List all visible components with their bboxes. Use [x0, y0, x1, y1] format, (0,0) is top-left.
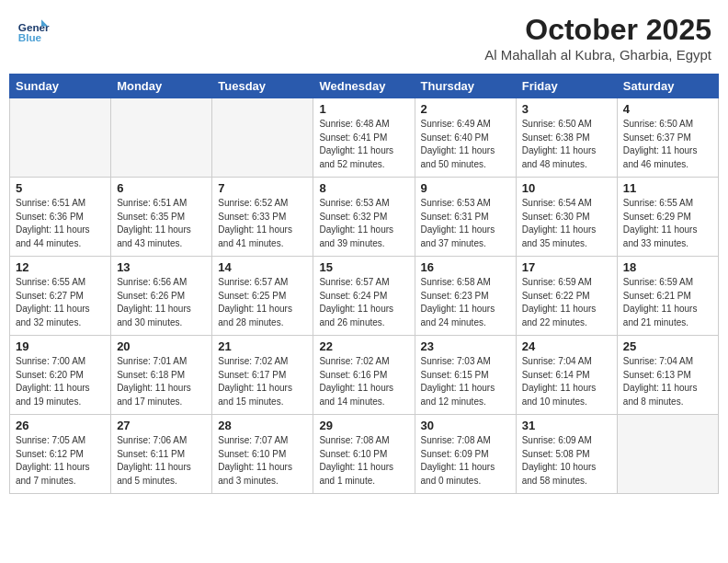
weekday-header-friday: Friday — [516, 75, 617, 98]
calendar-cell: 30Sunrise: 7:08 AM Sunset: 6:09 PM Dayli… — [415, 415, 516, 494]
weekday-header-wednesday: Wednesday — [313, 75, 415, 98]
cell-sun-info: Sunrise: 6:59 AM Sunset: 6:21 PM Dayligh… — [623, 276, 712, 329]
cell-sun-info: Sunrise: 6:55 AM Sunset: 6:27 PM Dayligh… — [16, 276, 105, 329]
calendar-cell: 5Sunrise: 6:51 AM Sunset: 6:36 PM Daylig… — [10, 178, 111, 257]
calendar-cell: 3Sunrise: 6:50 AM Sunset: 6:38 PM Daylig… — [516, 98, 617, 178]
calendar-cell: 28Sunrise: 7:07 AM Sunset: 6:10 PM Dayli… — [212, 415, 313, 494]
day-number: 18 — [623, 260, 712, 274]
calendar-cell — [111, 98, 212, 178]
calendar-cell: 7Sunrise: 6:52 AM Sunset: 6:33 PM Daylig… — [212, 178, 313, 257]
calendar-cell: 6Sunrise: 6:51 AM Sunset: 6:35 PM Daylig… — [111, 178, 212, 257]
calendar-cell: 4Sunrise: 6:50 AM Sunset: 6:37 PM Daylig… — [617, 98, 718, 178]
location: Al Mahallah al Kubra, Gharbia, Egypt — [484, 47, 711, 63]
cell-sun-info: Sunrise: 7:04 AM Sunset: 6:14 PM Dayligh… — [522, 355, 611, 408]
day-number: 3 — [522, 102, 611, 116]
day-number: 4 — [623, 102, 712, 116]
calendar-cell: 2Sunrise: 6:49 AM Sunset: 6:40 PM Daylig… — [415, 98, 516, 178]
day-number: 5 — [16, 181, 105, 195]
day-number: 1 — [319, 102, 408, 116]
cell-sun-info: Sunrise: 6:55 AM Sunset: 6:29 PM Dayligh… — [623, 197, 712, 250]
day-number: 30 — [421, 419, 510, 432]
cell-sun-info: Sunrise: 6:58 AM Sunset: 6:23 PM Dayligh… — [421, 276, 510, 329]
cell-sun-info: Sunrise: 6:51 AM Sunset: 6:35 PM Dayligh… — [117, 197, 206, 250]
cell-sun-info: Sunrise: 6:09 AM Sunset: 5:08 PM Dayligh… — [522, 434, 611, 488]
day-number: 22 — [319, 339, 408, 353]
cell-sun-info: Sunrise: 6:57 AM Sunset: 6:25 PM Dayligh… — [218, 276, 307, 329]
cell-sun-info: Sunrise: 6:50 AM Sunset: 6:37 PM Dayligh… — [623, 118, 712, 171]
calendar-cell: 1Sunrise: 6:48 AM Sunset: 6:41 PM Daylig… — [313, 98, 415, 178]
day-number: 26 — [16, 419, 105, 432]
weekday-header-tuesday: Tuesday — [212, 75, 313, 98]
cell-sun-info: Sunrise: 7:01 AM Sunset: 6:18 PM Dayligh… — [117, 355, 206, 408]
calendar-cell: 11Sunrise: 6:55 AM Sunset: 6:29 PM Dayli… — [617, 178, 718, 257]
day-number: 11 — [623, 181, 712, 195]
weekday-header-thursday: Thursday — [415, 75, 516, 98]
calendar-cell: 22Sunrise: 7:02 AM Sunset: 6:16 PM Dayli… — [313, 336, 415, 415]
cell-sun-info: Sunrise: 7:07 AM Sunset: 6:10 PM Dayligh… — [218, 434, 307, 488]
day-number: 12 — [16, 260, 105, 274]
logo-icon: General Blue — [17, 13, 50, 46]
cell-sun-info: Sunrise: 7:06 AM Sunset: 6:11 PM Dayligh… — [117, 434, 206, 488]
day-number: 25 — [623, 339, 712, 353]
calendar-cell: 14Sunrise: 6:57 AM Sunset: 6:25 PM Dayli… — [212, 257, 313, 336]
cell-sun-info: Sunrise: 6:53 AM Sunset: 6:32 PM Dayligh… — [319, 197, 408, 250]
svg-text:Blue: Blue — [18, 31, 42, 43]
calendar-cell: 20Sunrise: 7:01 AM Sunset: 6:18 PM Dayli… — [111, 336, 212, 415]
calendar-cell — [212, 98, 313, 178]
week-row-1: 1Sunrise: 6:48 AM Sunset: 6:41 PM Daylig… — [10, 98, 719, 178]
day-number: 7 — [218, 181, 307, 195]
cell-sun-info: Sunrise: 6:51 AM Sunset: 6:36 PM Dayligh… — [16, 197, 105, 250]
day-number: 28 — [218, 419, 307, 432]
day-number: 14 — [218, 260, 307, 274]
day-number: 9 — [421, 181, 510, 195]
day-number: 15 — [319, 260, 408, 274]
calendar-cell: 24Sunrise: 7:04 AM Sunset: 6:14 PM Dayli… — [516, 336, 617, 415]
day-number: 17 — [522, 260, 611, 274]
day-number: 24 — [522, 339, 611, 353]
week-row-5: 26Sunrise: 7:05 AM Sunset: 6:12 PM Dayli… — [10, 415, 719, 494]
title-block: October 2025 Al Mahallah al Kubra, Gharb… — [484, 13, 711, 63]
weekday-header-sunday: Sunday — [10, 75, 111, 98]
month-title: October 2025 — [484, 13, 711, 47]
cell-sun-info: Sunrise: 7:02 AM Sunset: 6:16 PM Dayligh… — [319, 355, 408, 408]
week-row-4: 19Sunrise: 7:00 AM Sunset: 6:20 PM Dayli… — [10, 336, 719, 415]
cell-sun-info: Sunrise: 6:54 AM Sunset: 6:30 PM Dayligh… — [522, 197, 611, 250]
calendar-cell: 25Sunrise: 7:04 AM Sunset: 6:13 PM Dayli… — [617, 336, 718, 415]
cell-sun-info: Sunrise: 6:49 AM Sunset: 6:40 PM Dayligh… — [421, 118, 510, 171]
day-number: 16 — [421, 260, 510, 274]
calendar-cell — [10, 98, 111, 178]
calendar-cell: 16Sunrise: 6:58 AM Sunset: 6:23 PM Dayli… — [415, 257, 516, 336]
day-number: 6 — [117, 181, 206, 195]
cell-sun-info: Sunrise: 6:50 AM Sunset: 6:38 PM Dayligh… — [522, 118, 611, 171]
calendar-cell: 27Sunrise: 7:06 AM Sunset: 6:11 PM Dayli… — [111, 415, 212, 494]
calendar-cell: 23Sunrise: 7:03 AM Sunset: 6:15 PM Dayli… — [415, 336, 516, 415]
calendar-cell: 15Sunrise: 6:57 AM Sunset: 6:24 PM Dayli… — [313, 257, 415, 336]
calendar-cell — [617, 415, 718, 494]
calendar-cell: 18Sunrise: 6:59 AM Sunset: 6:21 PM Dayli… — [617, 257, 718, 336]
day-number: 29 — [319, 419, 408, 432]
weekday-header-row: SundayMondayTuesdayWednesdayThursdayFrid… — [10, 75, 719, 98]
calendar-cell: 10Sunrise: 6:54 AM Sunset: 6:30 PM Dayli… — [516, 178, 617, 257]
calendar-cell: 31Sunrise: 6:09 AM Sunset: 5:08 PM Dayli… — [516, 415, 617, 494]
cell-sun-info: Sunrise: 6:48 AM Sunset: 6:41 PM Dayligh… — [319, 118, 408, 171]
weekday-header-monday: Monday — [111, 75, 212, 98]
day-number: 8 — [319, 181, 408, 195]
cell-sun-info: Sunrise: 7:03 AM Sunset: 6:15 PM Dayligh… — [421, 355, 510, 408]
day-number: 23 — [421, 339, 510, 353]
day-number: 20 — [117, 339, 206, 353]
day-number: 13 — [117, 260, 206, 274]
calendar-cell: 13Sunrise: 6:56 AM Sunset: 6:26 PM Dayli… — [111, 257, 212, 336]
page-header: General Blue October 2025 Al Mahallah al… — [9, 9, 719, 66]
day-number: 27 — [117, 419, 206, 432]
cell-sun-info: Sunrise: 7:08 AM Sunset: 6:10 PM Dayligh… — [319, 434, 408, 488]
cell-sun-info: Sunrise: 7:02 AM Sunset: 6:17 PM Dayligh… — [218, 355, 307, 408]
week-row-2: 5Sunrise: 6:51 AM Sunset: 6:36 PM Daylig… — [10, 178, 719, 257]
calendar-cell: 12Sunrise: 6:55 AM Sunset: 6:27 PM Dayli… — [10, 257, 111, 336]
cell-sun-info: Sunrise: 6:56 AM Sunset: 6:26 PM Dayligh… — [117, 276, 206, 329]
weekday-header-saturday: Saturday — [617, 75, 718, 98]
cell-sun-info: Sunrise: 6:57 AM Sunset: 6:24 PM Dayligh… — [319, 276, 408, 329]
calendar-cell: 29Sunrise: 7:08 AM Sunset: 6:10 PM Dayli… — [313, 415, 415, 494]
calendar-cell: 19Sunrise: 7:00 AM Sunset: 6:20 PM Dayli… — [10, 336, 111, 415]
calendar-cell: 17Sunrise: 6:59 AM Sunset: 6:22 PM Dayli… — [516, 257, 617, 336]
cell-sun-info: Sunrise: 7:08 AM Sunset: 6:09 PM Dayligh… — [421, 434, 510, 488]
